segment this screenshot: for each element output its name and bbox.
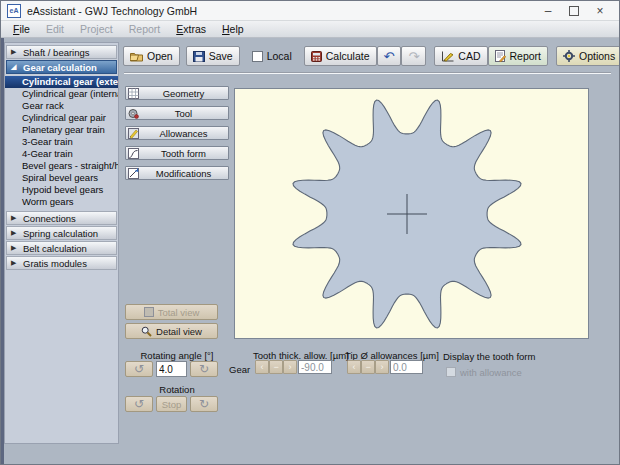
main-toolbar: Open Save Local Calculate ↶ ↷ CAD Report (123, 44, 615, 68)
local-label: Local (267, 50, 292, 62)
menu-report: Report (121, 22, 169, 36)
sidebar-item-cylindrical-gear-internal[interactable]: Cylindrical gear (internal) (5, 88, 118, 100)
rotate-cw-icon: ↻ (199, 363, 209, 375)
maximize-button[interactable] (561, 2, 587, 20)
sidebar-section-shaft-bearings[interactable]: ▶ Shaft / bearings (6, 45, 117, 59)
menu-bar: File Edit Project Report Extras Help (1, 21, 619, 38)
tooth-form-button[interactable]: Tooth form (125, 146, 229, 160)
sidebar-item-cylindrical-gear-pair[interactable]: Cylindrical gear pair (5, 112, 118, 124)
sidebar-section-gear-calculation[interactable]: ◢ Gear calculation (6, 60, 117, 74)
options-button[interactable]: Options (556, 46, 620, 66)
rotating-angle-label: Rotating angle [°] (125, 350, 229, 361)
cad-icon (441, 51, 454, 62)
menu-file[interactable]: File (5, 22, 38, 36)
rotate-ccw-button[interactable]: ↺ (125, 361, 153, 377)
expanded-arrow-icon: ◢ (11, 63, 19, 71)
sidebar-section-belt-calculation[interactable]: ▶ Belt calculation (6, 241, 117, 255)
detail-view-label: Detail view (156, 326, 202, 337)
tooth-thickness-prev-button: ‹ (255, 360, 269, 374)
window-title: eAssistant - GWJ Technology GmbH (27, 5, 535, 17)
save-button[interactable]: Save (186, 46, 240, 66)
with-allowance-checkbox (446, 367, 456, 377)
options-gear-icon (563, 50, 575, 62)
open-button[interactable]: Open (123, 46, 180, 66)
geometry-label: Geometry (141, 88, 226, 99)
tooth-form-label: Tooth form (141, 148, 226, 159)
menu-help[interactable]: Help (214, 22, 252, 36)
sidebar-item-3-gear-train[interactable]: 3-Gear train (5, 136, 118, 148)
rotation-cw-button[interactable]: ↻ (190, 396, 218, 412)
app-logo-icon: eA (7, 4, 21, 18)
total-view-icon (144, 307, 154, 317)
close-button[interactable]: × (587, 2, 613, 20)
tip-allowances-prev-button: ‹ (347, 360, 361, 374)
sidebar-item-bevel-gears[interactable]: Bevel gears - straight/helical (5, 160, 118, 172)
calculate-label: Calculate (326, 50, 370, 62)
display-tooth-form-label: Display the tooth form (443, 351, 535, 362)
minimize-button[interactable]: – (535, 2, 561, 20)
rotate-ccw-icon: ↺ (134, 363, 144, 375)
local-checkbox-field[interactable]: Local (252, 50, 292, 62)
rotation-label: Rotation (125, 384, 229, 395)
undo-button[interactable]: ↶ (377, 46, 402, 66)
open-label: Open (147, 50, 173, 62)
collapsed-arrow-icon: ▶ (11, 229, 19, 237)
collapsed-arrow-icon: ▶ (11, 48, 19, 56)
app-window: eA eAssistant - GWJ Technology GmbH – × … (0, 0, 620, 465)
sidebar-item-cylindrical-gear-external[interactable]: Cylindrical gear (external) (5, 76, 118, 88)
sidebar-item-worm-gears[interactable]: Worm gears (5, 196, 118, 208)
module-sidebar: ▶ Shaft / bearings ◢ Gear calculation Cy… (4, 42, 119, 444)
allowances-icon (128, 128, 139, 139)
tip-allowances-minus-button: − (361, 360, 375, 374)
tool-label: Tool (141, 108, 226, 119)
rotation-stop-button: Stop (156, 396, 187, 412)
tip-allowances-input[interactable] (390, 360, 423, 374)
collapsed-arrow-icon: ▶ (11, 259, 19, 267)
total-view-button: Total view (125, 304, 218, 320)
modifications-label: Modifications (141, 168, 226, 179)
tooth-thickness-minus-button: − (269, 360, 283, 374)
sidebar-item-planetary-gear-train[interactable]: Planetary gear train (5, 124, 118, 136)
with-allowance-label: with allowance (460, 367, 522, 378)
menu-edit: Edit (38, 22, 72, 36)
detail-view-button[interactable]: Detail view (125, 323, 218, 339)
rotate-ccw-icon: ↺ (134, 398, 144, 410)
sidebar-item-spiral-bevel-gears[interactable]: Spiral bevel gears (5, 172, 118, 184)
sidebar-section-gratis-modules[interactable]: ▶ Gratis modules (6, 256, 117, 270)
section-label: Gratis modules (23, 258, 87, 269)
allowances-button[interactable]: Allowances (125, 126, 229, 140)
sidebar-item-4-gear-train[interactable]: 4-Gear train (5, 148, 118, 160)
geometry-button[interactable]: Geometry (125, 86, 229, 100)
section-label: Gear calculation (23, 62, 97, 73)
menu-extras[interactable]: Extras (168, 22, 214, 36)
redo-button[interactable]: ↷ (401, 46, 426, 66)
cad-label: CAD (458, 50, 480, 62)
local-checkbox[interactable] (252, 51, 263, 62)
gear-items-list: Cylindrical gear (external) Cylindrical … (5, 74, 118, 210)
total-view-label: Total view (158, 307, 200, 318)
sidebar-section-spring-calculation[interactable]: ▶ Spring calculation (6, 226, 117, 240)
sidebar-item-hypoid-bevel-gears[interactable]: Hypoid bevel gears (5, 184, 118, 196)
rotate-cw-icon: ↻ (199, 398, 209, 410)
report-button[interactable]: Report (488, 46, 549, 66)
tool-button[interactable]: Tool (125, 106, 229, 120)
rotation-ccw-button[interactable]: ↺ (125, 396, 153, 412)
modifications-button[interactable]: Modifications (125, 166, 229, 180)
gear-svg (235, 89, 588, 338)
maximize-icon (569, 6, 579, 16)
sidebar-item-gear-rack[interactable]: Gear rack (5, 100, 118, 112)
title-bar: eA eAssistant - GWJ Technology GmbH – × (1, 1, 619, 21)
tooth-thickness-next-button: › (283, 360, 297, 374)
rotate-cw-button[interactable]: ↻ (190, 361, 218, 377)
tooth-thickness-input[interactable] (298, 360, 332, 374)
gear-canvas[interactable] (234, 88, 589, 339)
report-document-icon (495, 50, 506, 62)
rotating-angle-input[interactable] (156, 361, 187, 377)
sidebar-section-connections[interactable]: ▶ Connections (6, 211, 117, 225)
calculator-icon (311, 51, 322, 62)
open-folder-icon (130, 51, 143, 62)
menu-project: Project (72, 22, 121, 36)
calculate-button[interactable]: Calculate (304, 46, 377, 66)
section-label: Belt calculation (23, 243, 87, 254)
cad-button[interactable]: CAD (434, 46, 487, 66)
